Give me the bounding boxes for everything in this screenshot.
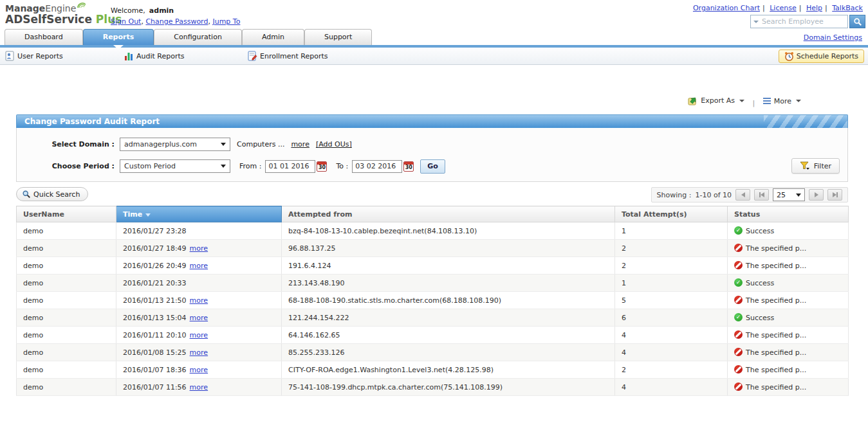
pipe-separator: | (799, 4, 802, 12)
domain-select[interactable]: admanagerplus.com (120, 138, 230, 151)
schedule-reports-button[interactable]: Schedule Reports (779, 50, 864, 63)
more-button[interactable]: More (763, 96, 801, 105)
tab-dashboard[interactable]: Dashboard (5, 29, 83, 45)
column-header-status[interactable]: Status (728, 206, 849, 222)
to-date-input[interactable] (352, 160, 402, 173)
welcome-text: Welcome,admin (111, 6, 240, 15)
cell-total-attempts: 2 (615, 257, 728, 274)
audit-report-table: UserName Time Attempted from Total Attem… (16, 206, 849, 396)
last-page-button[interactable] (827, 189, 842, 201)
column-header-time[interactable]: Time (116, 206, 282, 222)
manageengine-wordmark: ManageEngine (5, 1, 122, 14)
first-page-button[interactable] (754, 189, 769, 201)
quick-search-label: Quick Search (33, 190, 80, 199)
tab-configuration[interactable]: Configuration (154, 29, 242, 45)
status-text: Success (746, 314, 774, 322)
search-button[interactable] (849, 15, 865, 28)
export-as-button[interactable]: Export As (688, 96, 744, 105)
cell-attempted-from: 68-188-108-190.static.stls.mo.charter.co… (282, 292, 615, 309)
cell-time: 2016/01/08 15:25more (116, 344, 282, 361)
tab-support[interactable]: Support (304, 29, 372, 45)
time-value: 2016/01/13 15:04 (123, 314, 187, 322)
cell-status: The specified p... (728, 361, 849, 379)
subnav-item-user-reports[interactable]: User Reports (5, 51, 63, 61)
time-value: 2016/01/13 21:50 (123, 296, 187, 305)
chevron-down-icon (739, 100, 744, 102)
from-calendar-icon[interactable]: 30 (317, 161, 327, 172)
cell-status: Success (728, 309, 849, 327)
more-link[interactable]: more (190, 348, 208, 357)
next-page-button[interactable] (809, 189, 824, 201)
subnav-item-enrollment-reports[interactable]: Enrollment Reports (248, 51, 328, 61)
computers-more-link[interactable]: more (291, 140, 309, 148)
column-header-total-attempts[interactable]: Total Attempt(s) (615, 206, 728, 222)
to-label: To : (336, 162, 348, 170)
more-link[interactable]: more (190, 383, 208, 392)
report-toolbar: Export As | More (0, 96, 868, 109)
tab-reports[interactable]: Reports (83, 29, 154, 45)
brand-logo: ManageEngine ADSelfService Plus (5, 1, 122, 26)
period-select[interactable]: Custom Period (120, 159, 230, 173)
page-size-select[interactable]: 25 (773, 188, 805, 201)
calendar-day: 30 (317, 164, 326, 171)
sign-out-link[interactable]: Sign Out (111, 17, 141, 26)
column-header-username[interactable]: UserName (17, 206, 116, 222)
table-row: demo2016/01/27 23:28bzq-84-108-13-10.cab… (17, 222, 849, 240)
report-title: Change Password Audit Report (24, 117, 160, 126)
column-header-attempted-from[interactable]: Attempted from (282, 206, 615, 222)
cell-time: 2016/01/26 20:49more (116, 257, 282, 274)
change-password-link[interactable]: Change Password (145, 17, 208, 26)
quick-search-icon (22, 190, 31, 199)
more-link[interactable]: more (190, 331, 208, 339)
go-button[interactable]: Go (420, 159, 445, 174)
cell-status: Success (728, 274, 849, 292)
more-link[interactable]: more (190, 314, 208, 322)
tab-admin[interactable]: Admin (242, 29, 304, 45)
cell-username: demo (17, 240, 116, 257)
jump-to-link[interactable]: Jump To (212, 17, 240, 26)
search-scope-caret-icon[interactable] (753, 21, 759, 23)
subnav-item-audit-reports[interactable]: Audit Reports (124, 51, 185, 61)
domain-settings-link[interactable]: Domain Settings (804, 33, 862, 42)
talkback-link[interactable]: TalkBack (832, 4, 863, 12)
current-username: admin (149, 6, 174, 15)
cell-time: 2016/01/13 21:50more (116, 292, 282, 309)
previous-page-button[interactable] (735, 189, 750, 201)
cell-total-attempts: 4 (615, 379, 728, 396)
table-header-row: UserName Time Attempted from Total Attem… (17, 206, 849, 222)
cell-attempted-from: bzq-84-108-13-10.cablep.bezeqint.net(84.… (282, 222, 615, 240)
add-ous-link[interactable]: [Add OUs] (316, 140, 352, 148)
sort-desc-icon (145, 213, 151, 217)
cell-username: demo (17, 292, 116, 309)
organization-chart-link[interactable]: Organization Chart (693, 4, 760, 12)
search-employee-input[interactable] (762, 17, 839, 26)
from-date-input[interactable] (265, 160, 315, 173)
arrow-right-icon (815, 192, 818, 197)
quick-search-button[interactable]: Quick Search (16, 187, 88, 201)
license-link[interactable]: License (770, 4, 796, 12)
cell-time: 2016/01/13 15:04more (116, 309, 282, 327)
page-size-value: 25 (777, 191, 786, 199)
time-value: 2016/01/27 18:49 (123, 244, 187, 253)
more-link[interactable]: more (190, 262, 208, 270)
table-row: demo2016/01/08 15:25more85.255.233.1264T… (17, 344, 849, 361)
app-header: ManageEngine ADSelfService Plus Welcome,… (0, 0, 868, 28)
cell-time: 2016/01/27 18:49more (116, 240, 282, 257)
chevron-down-icon (796, 100, 801, 102)
reports-subnav: User Reports Audit Reports Enrollment Re… (0, 48, 868, 65)
cell-total-attempts: 2 (615, 361, 728, 379)
to-calendar-icon[interactable]: 30 (403, 161, 414, 172)
cell-status: The specified p... (728, 379, 849, 396)
showing-label: Showing : (657, 191, 692, 199)
filter-button[interactable]: Filter (791, 158, 840, 174)
more-link[interactable]: more (190, 244, 208, 253)
menu-lines-icon (763, 96, 771, 105)
more-link[interactable]: more (190, 366, 208, 374)
cell-attempted-from: 75-141-108-199.dhcp.mtpk.ca.charter.com(… (282, 379, 615, 396)
cell-total-attempts: 5 (615, 292, 728, 309)
pagination: Showing : 1-10 of 10 25 (651, 187, 848, 203)
more-link[interactable]: more (190, 296, 208, 305)
success-icon (734, 313, 743, 321)
select-domain-label: Select Domain : (17, 140, 115, 148)
help-link[interactable]: Help (806, 4, 822, 12)
